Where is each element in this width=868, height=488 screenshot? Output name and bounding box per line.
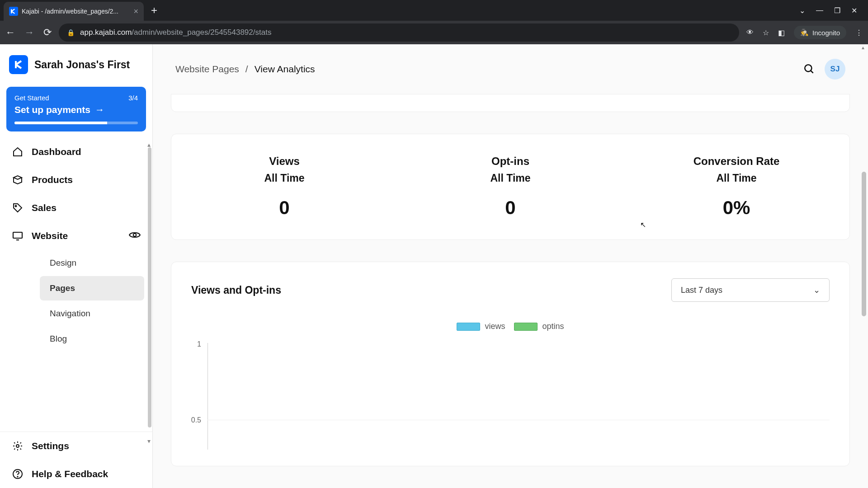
date-range-select[interactable]: Last 7 days ⌄	[671, 278, 830, 302]
maximize-icon[interactable]: ❐	[834, 6, 840, 15]
nav-label: Products	[32, 174, 73, 185]
stat-value: 0	[397, 197, 623, 219]
chart-card: Views and Opt-ins Last 7 days ⌄ views op…	[171, 262, 850, 466]
sidebar-item-help[interactable]: Help & Feedback	[0, 460, 152, 488]
svg-point-6	[805, 65, 811, 71]
chart-legend: views optins	[191, 322, 830, 331]
close-window-icon[interactable]: ✕	[851, 6, 857, 15]
legend-item-views[interactable]: views	[457, 322, 505, 331]
browser-chrome: Kajabi - /admin/website_pages/2... × + ⌄…	[0, 0, 868, 44]
breadcrumb-current: View Analytics	[255, 64, 315, 75]
window-controls: ⌄ ― ❐ ✕	[799, 6, 864, 15]
subnav-design[interactable]: Design	[40, 251, 144, 275]
incognito-label: Incognito	[812, 29, 840, 37]
minimize-icon[interactable]: ―	[816, 6, 823, 15]
grid-line	[208, 420, 830, 420]
incognito-badge[interactable]: 🕵 Incognito	[794, 26, 846, 39]
close-tab-icon[interactable]: ×	[133, 7, 138, 16]
subnav-navigation[interactable]: Navigation	[40, 301, 144, 326]
legend-label: optins	[542, 322, 564, 331]
url-text: app.kajabi.com/admin/website_pages/25455…	[80, 28, 271, 37]
arrow-right-icon: →	[95, 104, 104, 115]
range-selected-value: Last 7 days	[681, 286, 722, 295]
tag-icon	[12, 202, 24, 214]
sidebar-item-sales[interactable]: Sales	[0, 194, 152, 222]
search-icon	[803, 63, 815, 75]
onboarding-action: Set up payments	[14, 104, 90, 115]
site-name: Sarah Jonas's First	[34, 59, 130, 71]
collapsed-card	[171, 94, 850, 112]
help-icon	[12, 468, 24, 480]
stats-card: Views All Time 0 Opt-ins All Time 0 Conv…	[171, 134, 850, 240]
eye-off-icon[interactable]: 👁	[746, 28, 754, 37]
gear-icon	[12, 440, 24, 452]
legend-swatch-optins	[514, 323, 538, 331]
subnav-blog[interactable]: Blog	[40, 327, 144, 351]
y-tick: 0.5	[191, 416, 201, 424]
avatar-initials: SJ	[830, 65, 840, 74]
legend-item-optins[interactable]: optins	[514, 322, 564, 331]
sidebar-item-website[interactable]: Website	[0, 222, 152, 250]
legend-label: views	[485, 322, 505, 331]
forward-icon[interactable]: →	[24, 27, 34, 38]
stat-views: Views All Time 0	[171, 155, 397, 219]
stat-period: All Time	[397, 172, 623, 184]
avatar[interactable]: SJ	[825, 59, 845, 80]
brand[interactable]: Sarah Jonas's First	[0, 44, 152, 85]
onboarding-card[interactable]: Get Started 3/4 Set up payments →	[6, 87, 146, 131]
chart-plot-area: 1 0.5	[191, 337, 830, 450]
nav-label: Website	[32, 230, 68, 241]
breadcrumb-parent[interactable]: Website Pages	[175, 64, 239, 75]
stat-period: All Time	[623, 172, 849, 184]
onboarding-progress-text: 3/4	[128, 94, 138, 102]
nav-label: Dashboard	[32, 146, 81, 157]
sidebar-item-dashboard[interactable]: Dashboard	[0, 138, 152, 166]
eye-icon[interactable]	[129, 230, 141, 242]
new-tab-button[interactable]: +	[151, 4, 157, 17]
stat-title: Opt-ins	[397, 155, 623, 168]
bookmark-icon[interactable]: ☆	[763, 28, 769, 37]
back-icon[interactable]: ←	[5, 27, 15, 38]
kajabi-favicon-icon	[9, 7, 18, 16]
y-axis: 1 0.5	[191, 337, 205, 450]
nav-label: Help & Feedback	[32, 469, 108, 479]
svg-rect-1	[13, 232, 22, 238]
sidebar: Sarah Jonas's First Get Started 3/4 Set …	[0, 44, 153, 488]
kajabi-logo-icon	[9, 55, 28, 74]
main-scrollbar[interactable]: ▴	[861, 44, 867, 488]
scroll-up-icon[interactable]: ▴	[862, 44, 864, 51]
sidebar-item-products[interactable]: Products	[0, 166, 152, 194]
extensions-icon[interactable]: ◧	[778, 28, 785, 37]
app-shell: Sarah Jonas's First Get Started 3/4 Set …	[0, 44, 868, 488]
onboarding-progress-bar	[14, 122, 138, 124]
chart-title: Views and Opt-ins	[191, 284, 281, 296]
incognito-icon: 🕵	[800, 28, 809, 37]
box-icon	[12, 174, 24, 186]
stat-value: 0	[171, 197, 397, 219]
cursor-icon: ↖	[640, 221, 646, 229]
onboarding-label: Get Started	[14, 94, 49, 102]
topbar: Website Pages / View Analytics SJ	[153, 44, 868, 94]
svg-point-5	[17, 476, 18, 477]
y-tick: 1	[197, 340, 201, 348]
url-bar: ← → ⟳ 🔒 app.kajabi.com/admin/website_pag…	[0, 21, 868, 44]
tab-dropdown-icon[interactable]: ⌄	[799, 6, 805, 15]
stat-title: Views	[171, 155, 397, 168]
stat-optins: Opt-ins All Time 0	[397, 155, 623, 219]
sidebar-item-settings[interactable]: Settings	[0, 432, 152, 460]
svg-point-3	[16, 445, 19, 447]
breadcrumb-separator: /	[245, 64, 248, 75]
stat-period: All Time	[171, 172, 397, 184]
browser-tab[interactable]: Kajabi - /admin/website_pages/2... ×	[4, 2, 144, 21]
search-button[interactable]	[800, 60, 818, 78]
kebab-menu-icon[interactable]: ⋮	[855, 28, 863, 37]
subnav-pages[interactable]: Pages	[40, 276, 144, 300]
monitor-icon	[12, 230, 24, 242]
reload-icon[interactable]: ⟳	[43, 27, 52, 38]
home-icon	[12, 146, 24, 158]
nav-label: Settings	[32, 441, 69, 451]
breadcrumb: Website Pages / View Analytics	[175, 64, 315, 75]
address-bar[interactable]: 🔒 app.kajabi.com/admin/website_pages/254…	[59, 23, 739, 42]
stat-conversion: Conversion Rate All Time 0%	[623, 155, 849, 219]
sidebar-scrollbar[interactable]	[147, 147, 152, 488]
